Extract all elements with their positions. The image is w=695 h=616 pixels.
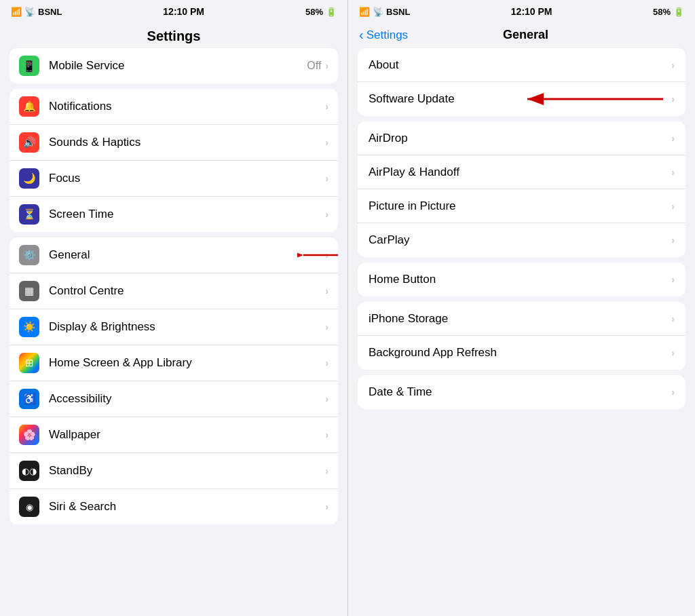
controlcentre-icon: ▦ [19, 281, 39, 301]
homebutton-chevron: › [671, 274, 675, 285]
back-button[interactable]: ‹ Settings [359, 27, 408, 43]
standby-label: StandBy [49, 464, 325, 478]
right-time: 12:10 PM [511, 6, 552, 17]
right-panel: 📶 📡 BSNL 12:10 PM 58% 🔋 ‹ Settings Gener… [348, 0, 695, 616]
about-label: About [369, 58, 671, 72]
mobile-service-chevron: › [325, 60, 328, 71]
left-panel-title: Settings [0, 23, 348, 48]
screentime-chevron: › [325, 209, 328, 220]
display-row[interactable]: ☀️ Display & Brightness › [10, 309, 338, 345]
sounds-icon: 🔊 [19, 132, 39, 153]
focus-row[interactable]: 🌙 Focus › [10, 161, 338, 197]
sounds-row[interactable]: 🔊 Sounds & Haptics › [10, 125, 338, 161]
notifications-icon: 🔔 [19, 96, 39, 117]
wallpaper-row[interactable]: 🌸 Wallpaper › [10, 417, 338, 453]
airplay-row[interactable]: AirPlay & Handoff › [358, 155, 685, 189]
controlcentre-row[interactable]: ▦ Control Centre › [10, 273, 338, 309]
left-time: 12:10 PM [163, 6, 204, 17]
iphonestorage-label: iPhone Storage [369, 312, 671, 326]
right-status-left: 📶 📡 BSNL [359, 7, 410, 17]
mobile-service-group: 📱 Mobile Service Off › [10, 48, 338, 83]
siri-row[interactable]: ◉ Siri & Search › [10, 489, 338, 524]
homescreen-icon: ⊞ [19, 353, 39, 373]
accessibility-row[interactable]: ♿ Accessibility › [10, 381, 338, 417]
accessibility-icon: ♿ [19, 389, 39, 409]
right-battery-percent: 58% [653, 7, 671, 17]
airdrop-label: AirDrop [369, 132, 671, 145]
right-group-5: Date & Time › [358, 375, 685, 409]
accessibility-chevron: › [325, 393, 328, 404]
wallpaper-label: Wallpaper [49, 428, 325, 442]
controlcentre-label: Control Centre [49, 284, 325, 298]
pip-label: Picture in Picture [369, 199, 671, 213]
right-status-bar: 📶 📡 BSNL 12:10 PM 58% 🔋 [348, 0, 695, 23]
standby-icon: ◐◑ [19, 461, 39, 481]
right-status-right: 58% 🔋 [653, 7, 684, 17]
settings-group-1: 🔔 Notifications › 🔊 Sounds & Haptics › 🌙… [10, 89, 338, 232]
right-group-4: iPhone Storage › Background App Refresh … [358, 302, 685, 370]
airplay-chevron: › [671, 167, 675, 178]
wallpaper-chevron: › [325, 429, 328, 440]
battery-percent: 58% [305, 7, 323, 17]
pip-chevron: › [671, 201, 675, 212]
right-group-3: Home Button › [358, 263, 685, 296]
left-status-bar: 📶 📡 BSNL 12:10 PM 58% 🔋 [0, 0, 348, 23]
backgroundrefresh-row[interactable]: Background App Refresh › [358, 336, 685, 370]
right-panel-nav: ‹ Settings General [348, 23, 695, 48]
right-panel-title: General [408, 28, 643, 42]
back-label: Settings [367, 28, 408, 42]
notifications-label: Notifications [49, 100, 325, 113]
battery-icon: 🔋 [326, 7, 337, 17]
homebutton-row[interactable]: Home Button › [358, 263, 685, 296]
standby-row[interactable]: ◐◑ StandBy › [10, 453, 338, 489]
datetime-label: Date & Time [369, 385, 671, 399]
carplay-row[interactable]: CarPlay › [358, 223, 685, 257]
notifications-chevron: › [325, 101, 328, 112]
airplay-label: AirPlay & Handoff [369, 166, 671, 179]
focus-chevron: › [325, 173, 328, 184]
software-update-row[interactable]: Software Update › [358, 82, 685, 116]
right-panel-content: About › Software Update › [348, 48, 695, 616]
notifications-row[interactable]: 🔔 Notifications › [10, 89, 338, 125]
carplay-chevron: › [671, 235, 675, 246]
software-update-chevron: › [671, 94, 675, 104]
standby-chevron: › [325, 465, 328, 476]
screentime-label: Screen Time [49, 208, 325, 221]
mobile-service-icon: 📱 [19, 56, 39, 76]
backgroundrefresh-label: Background App Refresh [369, 346, 671, 360]
focus-label: Focus [49, 172, 325, 185]
right-carrier-name: BSNL [386, 7, 410, 17]
right-group-2: AirDrop › AirPlay & Handoff › Picture in… [358, 121, 685, 257]
focus-icon: 🌙 [19, 168, 39, 189]
general-chevron: › [325, 250, 328, 261]
carplay-label: CarPlay [369, 233, 671, 247]
sounds-chevron: › [325, 137, 328, 148]
left-status-left: 📶 📡 BSNL [11, 7, 62, 17]
pip-row[interactable]: Picture in Picture › [358, 189, 685, 223]
homescreen-chevron: › [325, 358, 328, 368]
controlcentre-chevron: › [325, 286, 328, 296]
general-row[interactable]: ⚙️ General › [10, 237, 338, 273]
siri-chevron: › [325, 501, 328, 512]
display-chevron: › [325, 322, 328, 332]
left-panel: 📶 📡 BSNL 12:10 PM 58% 🔋 Settings 📱 Mobil… [0, 0, 348, 616]
airdrop-row[interactable]: AirDrop › [358, 121, 685, 155]
left-status-right: 58% 🔋 [305, 7, 337, 17]
left-panel-content: 📱 Mobile Service Off › 🔔 Notifications ›… [0, 48, 348, 616]
datetime-row[interactable]: Date & Time › [358, 375, 685, 409]
screentime-icon: ⏳ [19, 204, 39, 225]
right-battery-icon: 🔋 [673, 7, 684, 17]
signal-icon: 📶 [11, 7, 22, 17]
right-signal-icon: 📶 [359, 7, 370, 17]
screentime-row[interactable]: ⏳ Screen Time › [10, 197, 338, 232]
homescreen-row[interactable]: ⊞ Home Screen & App Library › [10, 345, 338, 381]
general-label: General [49, 248, 325, 262]
homescreen-label: Home Screen & App Library [49, 356, 325, 370]
iphonestorage-row[interactable]: iPhone Storage › [358, 302, 685, 336]
display-icon: ☀️ [19, 317, 39, 337]
mobile-service-row[interactable]: 📱 Mobile Service Off › [10, 48, 338, 83]
about-row[interactable]: About › [358, 48, 685, 82]
display-label: Display & Brightness [49, 320, 325, 334]
about-chevron: › [671, 60, 675, 71]
airdrop-chevron: › [671, 133, 675, 144]
